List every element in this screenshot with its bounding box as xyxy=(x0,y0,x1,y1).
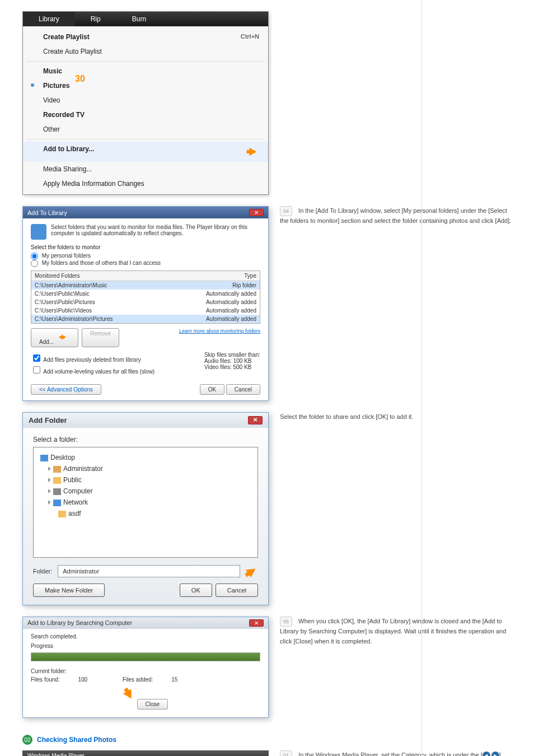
add-folder-dialog: Add Folder ✕ Select a folder: Desktop Ad… xyxy=(22,412,269,605)
arrow-icon xyxy=(249,148,256,156)
dialog-message: Select folders that you want to monitor … xyxy=(51,224,260,240)
cancel-button[interactable]: Cancel xyxy=(226,384,260,395)
menu-add-to-library[interactable]: Add to Library... xyxy=(23,142,268,162)
desktop-icon xyxy=(40,455,48,461)
bullet-icon xyxy=(31,83,34,87)
wmp-window: Windows Media Player ◄ ► Now Playing Lib… xyxy=(22,750,269,756)
make-new-folder-button[interactable]: Make New Folder xyxy=(33,584,105,597)
search-completed-label: Search completed. xyxy=(31,633,260,640)
step-text: In the [Add To Library] window, select [… xyxy=(280,207,511,224)
tab-rip[interactable]: Rip xyxy=(75,12,116,26)
folder-icon xyxy=(58,511,66,517)
arrow-icon xyxy=(62,334,67,340)
step-text: When you click [OK], the [Add To Library… xyxy=(280,618,506,645)
folder-label: Folder: xyxy=(33,568,52,575)
folder-row[interactable]: C:\Users\Public\VideosAutomatically adde… xyxy=(31,306,260,315)
chevron-right-icon xyxy=(48,489,51,493)
current-folder-label: Current folder: xyxy=(31,668,260,674)
progress-label: Progress xyxy=(31,643,260,649)
folder-row[interactable]: C:\Users\Public\PicturesAutomatically ad… xyxy=(31,298,260,306)
files-added-label: Files added: xyxy=(123,676,153,683)
arrow-icon xyxy=(123,689,135,701)
tree-computer[interactable]: Computer xyxy=(38,486,253,497)
learn-more-link[interactable]: Learn more about monitoring folders xyxy=(179,328,260,334)
user-icon xyxy=(53,466,61,473)
section-title: Checking Shared Photos xyxy=(37,736,116,744)
select-folder-label: Select a folder: xyxy=(33,436,258,444)
menu-create-playlist[interactable]: Create Playlist Ctrl+N xyxy=(23,30,268,44)
step-text: In the Windows Media Player, set the Cat… xyxy=(280,752,501,756)
cancel-button[interactable]: Cancel xyxy=(216,584,258,597)
menu-other[interactable]: Other xyxy=(23,122,268,137)
search-dialog: Add to Library by Searching Computer ✕ S… xyxy=(22,617,269,718)
add-button[interactable]: Add... xyxy=(31,328,78,347)
tree-asdf[interactable]: asdf xyxy=(38,508,253,519)
nav-arrows-icon: ◄► xyxy=(483,752,499,756)
folder-input[interactable]: Administrator xyxy=(58,565,240,577)
info-icon xyxy=(31,224,46,240)
col-monitored-folders: Monitored Folders xyxy=(35,273,244,279)
chevron-right-icon xyxy=(48,500,51,505)
arrow-icon xyxy=(246,565,258,578)
menu-pictures[interactable]: Pictures xyxy=(23,78,268,93)
close-button[interactable]: ✕ xyxy=(249,209,264,216)
step-text: Select the folder to share and click [OK… xyxy=(280,412,512,422)
ok-button[interactable]: OK xyxy=(180,584,212,597)
dialog-title: Add To Library xyxy=(27,209,67,216)
files-added-value: 15 xyxy=(171,676,177,683)
select-folders-label: Select the folders to monitor xyxy=(31,244,260,250)
step-number: 05 xyxy=(280,617,292,627)
menu-create-auto-playlist[interactable]: Create Auto Playlist xyxy=(23,44,268,59)
folder-row[interactable]: C:\Users\Public\MusicAutomatically added xyxy=(31,290,260,298)
step-number: 04 xyxy=(280,206,292,216)
files-found-label: Files found: xyxy=(31,676,60,683)
network-icon xyxy=(53,500,61,506)
tree-public[interactable]: Public xyxy=(38,474,253,486)
close-button[interactable]: ✕ xyxy=(248,416,263,424)
radio-my-personal-folders[interactable]: My personal folders xyxy=(31,253,91,259)
folder-row[interactable]: C:\Users\Administrator\PicturesAutomatic… xyxy=(31,315,260,323)
section-number: 02 xyxy=(22,735,32,745)
skip-files-label: Skip files smaller than: xyxy=(204,352,260,358)
wmp-title: Windows Media Player xyxy=(27,753,85,756)
menu-music[interactable]: Music xyxy=(23,64,268,78)
menu-video[interactable]: Video xyxy=(23,93,268,108)
computer-icon xyxy=(53,488,61,495)
files-found-value: 100 xyxy=(78,676,87,683)
tree-network[interactable]: Network xyxy=(38,497,253,508)
step-number: 01 xyxy=(280,750,292,756)
col-type: Type xyxy=(244,273,256,279)
dialog-title: Add to Library by Searching Computer xyxy=(27,619,132,627)
ok-button[interactable]: OK xyxy=(200,384,224,395)
tab-burn[interactable]: Burn xyxy=(116,12,162,26)
advanced-options-button[interactable]: << Advanced Options xyxy=(31,384,101,395)
menu-apply-changes[interactable]: Apply Media Information Changes xyxy=(23,176,268,191)
tree-administrator[interactable]: Administrator xyxy=(38,463,253,474)
progress-bar xyxy=(31,652,260,661)
close-button[interactable]: Close xyxy=(137,699,168,710)
close-button[interactable]: ✕ xyxy=(249,619,264,627)
chevron-right-icon xyxy=(48,478,51,482)
library-dropdown-menu: Library Rip Burn Create Playlist Ctrl+N … xyxy=(22,11,269,195)
tree-desktop[interactable]: Desktop xyxy=(38,452,253,463)
dialog-title: Add Folder xyxy=(29,416,67,424)
folder-icon xyxy=(53,477,61,484)
remove-button[interactable]: Remove xyxy=(82,328,119,347)
radio-my-folders-others[interactable]: My folders and those of others that I ca… xyxy=(31,260,161,266)
folder-row[interactable]: C:\Users\Administrator\MusicRip folder xyxy=(31,281,260,290)
add-to-library-dialog: Add To Library ✕ Select folders that you… xyxy=(22,206,269,401)
chevron-right-icon xyxy=(48,466,51,471)
menu-recorded-tv[interactable]: Recorded TV xyxy=(23,108,268,122)
folder-tree: Desktop Administrator Public Computer Ne… xyxy=(33,447,258,558)
menu-media-sharing[interactable]: Media Sharing... xyxy=(23,162,268,176)
tab-library[interactable]: Library xyxy=(23,12,75,26)
